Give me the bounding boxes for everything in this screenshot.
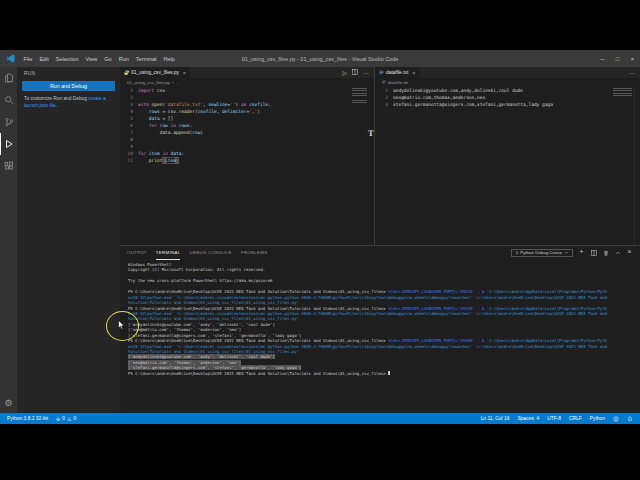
maximize-panel-icon[interactable] (614, 250, 621, 256)
menu-file[interactable]: File (20, 56, 36, 62)
terminal-line-text: PS C:\Users\andre\OneDrive\Desktop\GCSE … (128, 338, 607, 343)
tab-datafile-txt[interactable]: datafile.txt × (375, 67, 420, 78)
terminal-line-text: ['neo@matrix.com', 'thomas', 'anderson',… (128, 360, 241, 365)
hint-period: . (56, 103, 57, 108)
terminal-segment: PS C:\Users\andre\OneDrive\Desktop\GCSE … (128, 338, 388, 343)
more-actions-icon[interactable]: ··· (629, 70, 635, 76)
code-token: csv. (168, 108, 179, 115)
more-actions-icon[interactable]: ··· (363, 70, 369, 76)
split-terminal-icon[interactable] (590, 250, 597, 256)
text-lines: 1andydolinski@youtube.com,andy,dolinski,… (375, 87, 640, 108)
code-line[interactable]: 11 print(item) (120, 157, 374, 164)
menu-help[interactable]: Help (160, 56, 178, 62)
indentation-status[interactable]: Spaces: 4 (517, 416, 539, 421)
code-token: with (138, 101, 149, 108)
editor-actions-left: ▷ ··· (342, 67, 374, 78)
encoding-status[interactable]: UTF-8 (547, 416, 561, 421)
sidebar-item-search[interactable] (0, 89, 17, 111)
code-line[interactable]: 4 rows = csv.reader(csvfile, delimiter='… (120, 108, 374, 115)
code-line[interactable]: 7 data.append(row) (120, 129, 374, 136)
terminal-segment: 'C:\Users\andre\AppData\Local\Programs\P… (487, 306, 607, 311)
text-line[interactable]: 1andydolinski@youtube.com,andy,dolinski,… (375, 87, 640, 94)
maximize-button[interactable]: □ (610, 50, 625, 67)
window-title: 01_using_csv_files.py - 01_using_csv_fil… (242, 56, 399, 62)
scrollbar[interactable] (634, 86, 640, 245)
warning-count: 0 (73, 416, 76, 421)
menu-go[interactable]: Go (101, 56, 115, 62)
code-line[interactable]: 10for item in data: (120, 150, 374, 157)
code-line[interactable]: 9 (120, 143, 374, 150)
breadcrumb-file[interactable]: datafile.txt (388, 80, 408, 85)
line-number: 3 (120, 101, 138, 108)
text-line[interactable]: 3stefani.germanotta@singers.com,stefani,… (375, 101, 640, 108)
code-line[interactable]: 6 for row in rows: (120, 122, 374, 129)
terminal-line-text: Solution\Tutorials and Videos\01_using_c… (128, 300, 299, 305)
code-line[interactable]: 2 (120, 94, 374, 101)
activity-bar: ⚙ (0, 67, 17, 413)
panel-tab-output[interactable]: OUTPUT (127, 246, 147, 260)
terminal[interactable]: Windows PowerShellCopyright (C) Microsof… (120, 259, 640, 413)
menu-view[interactable]: View (82, 56, 101, 62)
code-token: data. (160, 129, 174, 136)
sidebar-item-explorer[interactable] (0, 67, 17, 89)
close-button[interactable]: × (625, 50, 640, 67)
breadcrumb[interactable]: datafile.txt (375, 78, 640, 86)
notifications-bell-icon[interactable] (627, 416, 633, 422)
line-number: 1 (375, 87, 393, 94)
problems-status[interactable]: ⊘ 0 ⚠ 0 (56, 416, 76, 422)
code-editor[interactable]: 1import csv23with open('datafile.txt', n… (120, 86, 374, 245)
video-frame: FileEditSelectionViewGoRunTerminalHelp 0… (0, 0, 640, 480)
code-line[interactable]: 3with open('datafile.txt', newline='') a… (120, 101, 374, 108)
terminal-segment: Solution\Tutorials and Videos\01_using_c… (128, 316, 299, 321)
menu-edit[interactable]: Edit (36, 56, 52, 62)
menu-terminal[interactable]: Terminal (132, 56, 160, 62)
minimap[interactable] (613, 88, 632, 97)
error-count: 0 (62, 416, 65, 421)
minimap[interactable] (352, 88, 367, 105)
breadcrumb[interactable]: 01_using_csv_files.py › ... (120, 78, 374, 86)
terminal-picker[interactable]: 1: Python Debug Conso (511, 249, 573, 257)
sidebar-item-source-control[interactable] (0, 111, 17, 133)
text-line[interactable]: 2neo@matrix.com,thomas,anderson,neo (375, 94, 640, 101)
split-editor-icon[interactable] (352, 69, 358, 76)
menu-run[interactable]: Run (115, 56, 132, 62)
run-python-file-icon[interactable]: ▷ (342, 70, 347, 76)
code-token: item (149, 150, 160, 157)
cursor-position-status[interactable]: Ln 11, Col 16 (481, 416, 510, 421)
terminal-line-text: Windows PowerShell (128, 262, 171, 267)
code-line[interactable]: 5 data = [] (120, 115, 374, 122)
kill-terminal-icon[interactable] (602, 250, 609, 256)
run-and-debug-button[interactable]: Run and Debug (22, 81, 115, 91)
menu-selection[interactable]: Selection (52, 56, 82, 62)
python-interpreter-status[interactable]: Python 3.8.2 32-bit (7, 416, 48, 421)
breadcrumb-more[interactable]: ... (175, 80, 179, 85)
new-terminal-icon[interactable]: + (578, 249, 585, 256)
text-content: stefani.germanotta@singers.com,stefani,g… (393, 101, 553, 108)
code-token (138, 122, 149, 129)
code-line[interactable]: 8 (120, 136, 374, 143)
feedback-smiley-icon[interactable] (613, 416, 619, 422)
terminal-line-text: ['stefani.germanotta@singers.com', 'stef… (128, 333, 301, 338)
language-mode-status[interactable]: Python (590, 416, 605, 421)
tab-close-icon[interactable]: × (183, 70, 186, 76)
breadcrumb-file[interactable]: 01_using_csv_files.py (127, 80, 170, 85)
eol-status[interactable]: CRLF (569, 416, 582, 421)
panel-tab-terminal[interactable]: TERMINAL (156, 246, 181, 260)
tab-close-icon[interactable]: × (412, 70, 415, 76)
manage-gear-icon[interactable]: ⚙ (0, 393, 17, 413)
tab-01-using-csv-files[interactable]: 01_using_csv_files.py × (120, 67, 190, 78)
minimize-button[interactable]: ─ (595, 50, 610, 67)
sidebar-item-run-and-debug[interactable] (0, 133, 17, 155)
panel-tab-problems[interactable]: PROBLEMS (241, 246, 268, 260)
code-token: append (173, 129, 189, 136)
code-line[interactable]: 1import csv (120, 87, 374, 94)
line-number: 9 (120, 143, 138, 150)
text-editor[interactable]: 1andydolinski@youtube.com,andy,dolinski,… (375, 86, 640, 245)
close-panel-icon[interactable]: × (626, 249, 633, 256)
tab-label: 01_using_csv_files.py (131, 70, 179, 75)
window-controls: ─ □ × (595, 50, 640, 67)
sidebar-item-extensions[interactable] (0, 155, 17, 177)
terminal-segment: PS C:\Users\andre\OneDrive\Desktop\GCSE … (128, 306, 388, 311)
code-token: data (149, 115, 160, 122)
panel-tab-debug-console[interactable]: DEBUG CONSOLE (189, 246, 231, 260)
